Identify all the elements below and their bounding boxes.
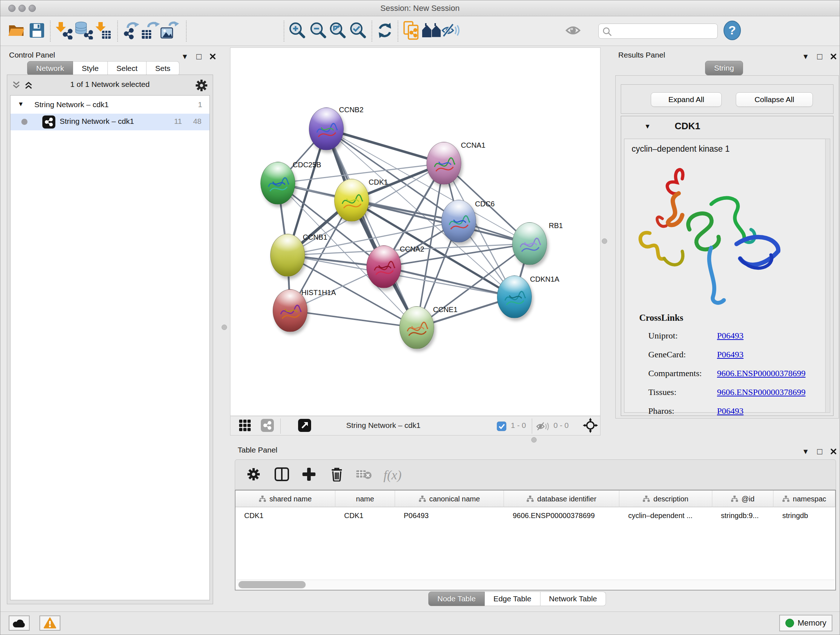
right-splitter-handle[interactable] (602, 239, 607, 244)
table-cell[interactable]: 9606.ENSP00000378699 (504, 507, 619, 524)
gear-icon[interactable] (195, 79, 208, 92)
tab-sets[interactable]: Sets (147, 61, 180, 76)
edge-HIST1H1A-CCNE1[interactable] (290, 310, 417, 328)
hidden-eye-slash-icon (536, 421, 549, 432)
warnings-button[interactable] (39, 616, 60, 631)
node-CDK1[interactable] (334, 179, 369, 222)
tab-network-table[interactable]: Network Table (540, 592, 606, 606)
birds-eye-view-icon[interactable] (239, 419, 251, 433)
maximize-panel-icon[interactable]: □ (817, 52, 823, 61)
maximize-panel-icon[interactable]: □ (817, 447, 823, 456)
open-session-icon[interactable] (8, 23, 25, 40)
column-header-shared-name[interactable]: shared name (235, 491, 335, 507)
node-CCNA1[interactable] (426, 142, 461, 185)
tab-edge-table[interactable]: Edge Table (485, 592, 540, 606)
open-view-icon[interactable] (298, 419, 311, 433)
column-header-@id[interactable]: @id (712, 491, 774, 507)
close-panel-icon[interactable] (830, 53, 837, 60)
column-header-namespac[interactable]: namespac (774, 491, 835, 507)
bottom-splitter-handle[interactable] (531, 437, 537, 443)
left-splitter-handle[interactable] (222, 325, 227, 330)
column-header-canonical-name[interactable]: canonical name (395, 491, 504, 507)
section-expander-icon[interactable]: ▼ (644, 123, 651, 130)
table-cell[interactable]: cyclin–dependent ... (619, 507, 712, 524)
column-header-description[interactable]: description (619, 491, 712, 507)
expand-all-button[interactable]: Expand All (651, 92, 722, 107)
node-CDC25B[interactable] (261, 162, 295, 204)
import-network-icon[interactable] (54, 21, 73, 41)
selected-checkbox-icon[interactable] (497, 421, 507, 431)
network-share-icon[interactable] (261, 419, 274, 433)
zoom-out-icon[interactable] (309, 22, 327, 41)
network-row-selected[interactable]: String Network – cdk1 11 48 (11, 114, 210, 130)
zoom-in-icon[interactable] (288, 22, 306, 41)
show-columns-icon[interactable] (275, 467, 289, 483)
edge-CCNB2-CCNA1[interactable] (326, 129, 444, 163)
collection-expander-icon[interactable]: ▼ (18, 101, 24, 108)
table-cell[interactable]: CDK1 (235, 507, 335, 524)
refresh-icon[interactable] (377, 22, 393, 40)
column-header-name[interactable]: name (335, 491, 395, 507)
node-RB1[interactable] (512, 222, 547, 265)
import-table-icon[interactable] (93, 21, 111, 41)
help-icon[interactable]: ? (723, 21, 741, 42)
edge-CCNB2-CCNE1[interactable] (326, 129, 417, 328)
table-row[interactable]: CDK1CDK1P064939606.ENSP00000378699cyclin… (235, 507, 835, 524)
tab-network[interactable]: Network (27, 61, 73, 76)
network-canvas[interactable]: CCNB2CCNA1CDC25BCDK1CDC6RB1CCNB1CCNA2CDK… (230, 48, 600, 416)
crosslink-label: Pharos: (648, 406, 674, 416)
node-CDKN1A[interactable] (497, 276, 532, 318)
export-image-icon[interactable] (160, 21, 179, 41)
node-CDC6[interactable] (441, 200, 476, 242)
table-cell[interactable]: CDK1 (335, 507, 395, 524)
results-scrollbar[interactable] (825, 139, 830, 413)
search-field[interactable] (598, 24, 718, 39)
float-panel-icon[interactable]: ▼ (181, 53, 188, 60)
node-CCNA2[interactable] (366, 245, 401, 288)
home-layout-icon[interactable] (422, 23, 442, 40)
tab-select[interactable]: Select (108, 61, 147, 76)
tab-style[interactable]: Style (73, 61, 108, 76)
table-cell[interactable]: stringdb (774, 507, 835, 524)
copy-network-icon[interactable] (403, 21, 420, 41)
float-panel-icon[interactable]: ▼ (802, 448, 809, 455)
zoom-selected-icon[interactable] (349, 22, 366, 41)
node-CCNB1[interactable] (270, 234, 305, 277)
export-network-icon[interactable] (121, 21, 140, 41)
horizontal-scrollbar[interactable] (236, 580, 835, 589)
crosslink-link[interactable]: 9606.ENSP00000378699 (717, 387, 806, 397)
save-session-icon[interactable] (29, 23, 44, 40)
edge-CCNA2-CDKN1A[interactable] (384, 267, 515, 297)
zoom-fit-icon[interactable] (329, 22, 346, 41)
close-panel-icon[interactable] (210, 53, 216, 60)
column-header-database-identifier[interactable]: database identifier (504, 491, 619, 507)
table-cell[interactable]: stringdb:9... (712, 507, 774, 524)
crosslink-link[interactable]: P06493 (717, 406, 744, 416)
hide-selected-icon[interactable] (441, 22, 460, 40)
fit-content-crosshair-icon[interactable] (583, 418, 598, 434)
crosslink-link[interactable]: P06493 (717, 350, 744, 359)
table-panel-window-buttons: ▼ □ (802, 447, 837, 456)
collapse-all-button[interactable]: Collapse All (736, 92, 813, 107)
tab-node-table[interactable]: Node Table (428, 592, 485, 606)
node-CCNB2[interactable] (309, 108, 344, 150)
table-gear-icon[interactable] (247, 468, 260, 482)
export-table-icon[interactable] (141, 21, 160, 41)
crosslink-link[interactable]: P06493 (717, 331, 744, 340)
show-all-icon[interactable] (565, 23, 584, 39)
node-CCNE1[interactable] (399, 306, 434, 349)
tab-string[interactable]: String (705, 61, 743, 75)
memory-button[interactable]: Memory (779, 615, 832, 631)
search-input[interactable] (614, 25, 714, 38)
crosslink-link[interactable]: 9606.ENSP00000378699 (717, 369, 806, 378)
close-panel-icon[interactable] (830, 448, 837, 455)
scrollbar-thumb[interactable] (238, 581, 306, 588)
cloud-status-button[interactable] (9, 616, 30, 631)
table-cell[interactable]: P06493 (395, 507, 504, 524)
maximize-panel-icon[interactable]: □ (196, 52, 202, 61)
network-collection-row[interactable]: ▼ String Network – cdk1 1 (11, 97, 210, 114)
float-panel-icon[interactable]: ▼ (802, 53, 809, 60)
create-column-icon[interactable] (302, 467, 316, 483)
import-database-icon[interactable] (74, 21, 93, 41)
delete-column-trash-icon[interactable] (330, 467, 343, 483)
